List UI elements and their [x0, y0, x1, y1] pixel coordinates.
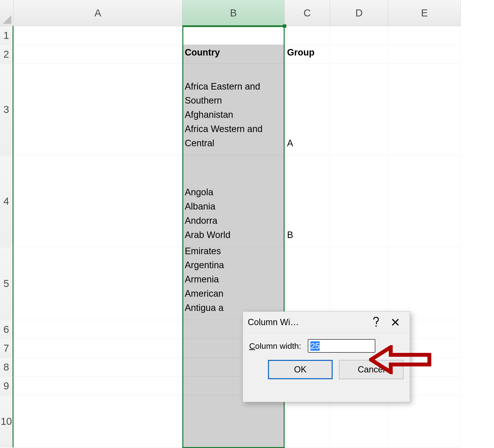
row-header-9[interactable]: 9 — [0, 377, 13, 395]
cell-D3[interactable] — [330, 64, 388, 155]
column-width-dialog: Column Wi… Column width: OK Cancel — [243, 311, 410, 402]
cell-B2[interactable]: Country — [182, 45, 285, 64]
cell-A4[interactable] — [13, 155, 182, 247]
column-header-C[interactable]: C — [285, 0, 330, 26]
cell-E5[interactable] — [388, 247, 461, 320]
cell-B5[interactable]: Emirates Argentina Armenia American Anti… — [182, 247, 285, 320]
select-all-corner[interactable] — [0, 0, 13, 26]
column-width-input[interactable] — [308, 339, 375, 353]
row-header-7[interactable]: 7 — [0, 339, 13, 358]
cell-text: B — [287, 228, 293, 245]
cell-text: Group — [287, 45, 315, 63]
cell-D2[interactable] — [330, 45, 388, 64]
cell-A10[interactable] — [13, 395, 182, 448]
column-header-E[interactable]: E — [388, 0, 461, 26]
cell-D1[interactable] — [330, 26, 388, 45]
cell-E3[interactable] — [388, 64, 461, 155]
cell-E4[interactable] — [388, 155, 461, 247]
cell-D10[interactable] — [330, 395, 388, 448]
selection-fill-handle[interactable] — [283, 24, 286, 28]
cell-A7[interactable] — [13, 339, 182, 358]
cell-B1[interactable] — [182, 26, 285, 45]
cell-text: Angola Albania Andorra Arab World — [185, 171, 230, 245]
cell-A1[interactable] — [13, 26, 182, 45]
cell-E1[interactable] — [388, 26, 461, 45]
cell-text: Africa Eastern and Southern Afghanistan … — [185, 79, 282, 154]
row-header-8[interactable]: 8 — [0, 358, 13, 377]
cell-B10[interactable] — [182, 395, 285, 448]
cell-E2[interactable] — [388, 45, 461, 64]
row-header-1[interactable]: 1 — [0, 26, 13, 45]
row-header-5[interactable]: 5 — [0, 247, 13, 320]
row-header-10[interactable]: 10 — [0, 395, 13, 448]
cell-text: Emirates Argentina Armenia American Anti… — [185, 244, 224, 318]
dialog-title: Column Wi… — [248, 317, 366, 327]
cell-C3[interactable]: A — [285, 64, 330, 155]
cell-C2[interactable]: Group — [285, 45, 330, 64]
close-button[interactable] — [386, 315, 405, 330]
cell-D4[interactable] — [330, 155, 388, 247]
cell-text: A — [287, 136, 293, 154]
cell-D5[interactable] — [330, 247, 388, 320]
row-header-3[interactable]: 3 — [0, 64, 13, 155]
cell-C1[interactable] — [285, 26, 330, 45]
ok-button[interactable]: OK — [268, 360, 333, 379]
cell-C10[interactable] — [285, 395, 330, 448]
cell-C5[interactable] — [285, 247, 330, 320]
cell-A3[interactable] — [13, 64, 182, 155]
cell-text: Country — [185, 45, 220, 63]
cancel-button[interactable]: Cancel — [339, 360, 404, 379]
column-header-A[interactable]: A — [13, 0, 182, 26]
cell-A5[interactable] — [13, 247, 182, 320]
row-header-4[interactable]: 4 — [0, 155, 13, 247]
help-button[interactable] — [366, 315, 386, 330]
cell-E10[interactable] — [388, 395, 461, 448]
cell-B4[interactable]: Angola Albania Andorra Arab World — [182, 155, 285, 247]
column-width-label: Column width: — [249, 341, 301, 351]
cell-A2[interactable] — [13, 45, 182, 64]
cell-B3[interactable]: Africa Eastern and Southern Afghanistan … — [182, 64, 285, 155]
row-header-2[interactable]: 2 — [0, 45, 13, 64]
column-header-D[interactable]: D — [330, 0, 388, 26]
cell-C4[interactable]: B — [285, 155, 330, 247]
column-header-B[interactable]: B — [182, 0, 285, 26]
row-header-6[interactable]: 6 — [0, 320, 13, 339]
cell-A6[interactable] — [13, 320, 182, 339]
cell-A8[interactable] — [13, 358, 182, 377]
cell-A9[interactable] — [13, 377, 182, 395]
